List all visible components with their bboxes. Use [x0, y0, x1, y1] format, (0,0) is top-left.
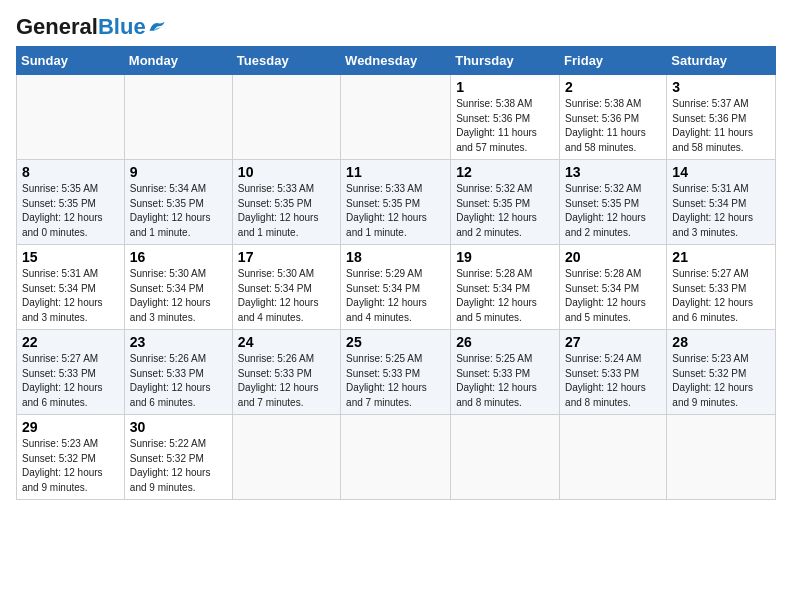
- calendar-table: SundayMondayTuesdayWednesdayThursdayFrid…: [16, 46, 776, 500]
- day-info: Sunrise: 5:38 AM Sunset: 5:36 PM Dayligh…: [565, 97, 661, 155]
- day-info: Sunrise: 5:33 AM Sunset: 5:35 PM Dayligh…: [238, 182, 335, 240]
- day-info: Sunrise: 5:34 AM Sunset: 5:35 PM Dayligh…: [130, 182, 227, 240]
- calendar-cell: [124, 75, 232, 160]
- calendar-cell: 27Sunrise: 5:24 AM Sunset: 5:33 PM Dayli…: [560, 330, 667, 415]
- day-number: 22: [22, 334, 119, 350]
- day-number: 2: [565, 79, 661, 95]
- day-info: Sunrise: 5:33 AM Sunset: 5:35 PM Dayligh…: [346, 182, 445, 240]
- calendar-cell: [667, 415, 776, 500]
- calendar-cell: [560, 415, 667, 500]
- day-number: 9: [130, 164, 227, 180]
- calendar-cell: 15Sunrise: 5:31 AM Sunset: 5:34 PM Dayli…: [17, 245, 125, 330]
- day-info: Sunrise: 5:32 AM Sunset: 5:35 PM Dayligh…: [565, 182, 661, 240]
- day-info: Sunrise: 5:25 AM Sunset: 5:33 PM Dayligh…: [456, 352, 554, 410]
- calendar-cell: 12Sunrise: 5:32 AM Sunset: 5:35 PM Dayli…: [451, 160, 560, 245]
- day-number: 8: [22, 164, 119, 180]
- calendar-cell: 13Sunrise: 5:32 AM Sunset: 5:35 PM Dayli…: [560, 160, 667, 245]
- day-info: Sunrise: 5:28 AM Sunset: 5:34 PM Dayligh…: [565, 267, 661, 325]
- day-number: 14: [672, 164, 770, 180]
- header-day-wednesday: Wednesday: [341, 47, 451, 75]
- day-info: Sunrise: 5:23 AM Sunset: 5:32 PM Dayligh…: [22, 437, 119, 495]
- calendar-cell: 1Sunrise: 5:38 AM Sunset: 5:36 PM Daylig…: [451, 75, 560, 160]
- calendar-cell: 20Sunrise: 5:28 AM Sunset: 5:34 PM Dayli…: [560, 245, 667, 330]
- calendar-cell: 18Sunrise: 5:29 AM Sunset: 5:34 PM Dayli…: [341, 245, 451, 330]
- day-number: 17: [238, 249, 335, 265]
- day-number: 18: [346, 249, 445, 265]
- calendar-cell: 23Sunrise: 5:26 AM Sunset: 5:33 PM Dayli…: [124, 330, 232, 415]
- day-number: 12: [456, 164, 554, 180]
- calendar-week-4: 22Sunrise: 5:27 AM Sunset: 5:33 PM Dayli…: [17, 330, 776, 415]
- day-info: Sunrise: 5:27 AM Sunset: 5:33 PM Dayligh…: [22, 352, 119, 410]
- day-info: Sunrise: 5:27 AM Sunset: 5:33 PM Dayligh…: [672, 267, 770, 325]
- day-info: Sunrise: 5:37 AM Sunset: 5:36 PM Dayligh…: [672, 97, 770, 155]
- calendar-cell: 26Sunrise: 5:25 AM Sunset: 5:33 PM Dayli…: [451, 330, 560, 415]
- day-number: 1: [456, 79, 554, 95]
- day-number: 3: [672, 79, 770, 95]
- day-info: Sunrise: 5:23 AM Sunset: 5:32 PM Dayligh…: [672, 352, 770, 410]
- day-number: 21: [672, 249, 770, 265]
- calendar-cell: 8Sunrise: 5:35 AM Sunset: 5:35 PM Daylig…: [17, 160, 125, 245]
- calendar-cell: 25Sunrise: 5:25 AM Sunset: 5:33 PM Dayli…: [341, 330, 451, 415]
- calendar-header-row: SundayMondayTuesdayWednesdayThursdayFrid…: [17, 47, 776, 75]
- day-info: Sunrise: 5:25 AM Sunset: 5:33 PM Dayligh…: [346, 352, 445, 410]
- calendar-week-3: 15Sunrise: 5:31 AM Sunset: 5:34 PM Dayli…: [17, 245, 776, 330]
- day-number: 26: [456, 334, 554, 350]
- day-number: 10: [238, 164, 335, 180]
- calendar-week-5: 29Sunrise: 5:23 AM Sunset: 5:32 PM Dayli…: [17, 415, 776, 500]
- page-header: GeneralBlue: [16, 16, 776, 38]
- calendar-cell: 22Sunrise: 5:27 AM Sunset: 5:33 PM Dayli…: [17, 330, 125, 415]
- day-info: Sunrise: 5:24 AM Sunset: 5:33 PM Dayligh…: [565, 352, 661, 410]
- calendar-cell: 21Sunrise: 5:27 AM Sunset: 5:33 PM Dayli…: [667, 245, 776, 330]
- day-info: Sunrise: 5:38 AM Sunset: 5:36 PM Dayligh…: [456, 97, 554, 155]
- calendar-cell: 11Sunrise: 5:33 AM Sunset: 5:35 PM Dayli…: [341, 160, 451, 245]
- day-info: Sunrise: 5:30 AM Sunset: 5:34 PM Dayligh…: [238, 267, 335, 325]
- calendar-cell: 28Sunrise: 5:23 AM Sunset: 5:32 PM Dayli…: [667, 330, 776, 415]
- day-info: Sunrise: 5:29 AM Sunset: 5:34 PM Dayligh…: [346, 267, 445, 325]
- day-number: 20: [565, 249, 661, 265]
- logo-blue: Blue: [98, 14, 146, 39]
- calendar-cell: [232, 75, 340, 160]
- day-number: 23: [130, 334, 227, 350]
- day-info: Sunrise: 5:31 AM Sunset: 5:34 PM Dayligh…: [672, 182, 770, 240]
- day-number: 13: [565, 164, 661, 180]
- calendar-cell: 24Sunrise: 5:26 AM Sunset: 5:33 PM Dayli…: [232, 330, 340, 415]
- header-day-tuesday: Tuesday: [232, 47, 340, 75]
- logo-bird-icon: [148, 20, 166, 34]
- day-info: Sunrise: 5:35 AM Sunset: 5:35 PM Dayligh…: [22, 182, 119, 240]
- day-number: 11: [346, 164, 445, 180]
- calendar-cell: [341, 415, 451, 500]
- day-info: Sunrise: 5:28 AM Sunset: 5:34 PM Dayligh…: [456, 267, 554, 325]
- calendar-cell: 3Sunrise: 5:37 AM Sunset: 5:36 PM Daylig…: [667, 75, 776, 160]
- day-number: 25: [346, 334, 445, 350]
- day-number: 24: [238, 334, 335, 350]
- header-day-thursday: Thursday: [451, 47, 560, 75]
- day-info: Sunrise: 5:32 AM Sunset: 5:35 PM Dayligh…: [456, 182, 554, 240]
- calendar-cell: [232, 415, 340, 500]
- logo: GeneralBlue: [16, 16, 166, 38]
- header-day-saturday: Saturday: [667, 47, 776, 75]
- logo-text: GeneralBlue: [16, 16, 146, 38]
- calendar-cell: 14Sunrise: 5:31 AM Sunset: 5:34 PM Dayli…: [667, 160, 776, 245]
- calendar-cell: [17, 75, 125, 160]
- logo-general: General: [16, 14, 98, 39]
- header-day-friday: Friday: [560, 47, 667, 75]
- calendar-cell: 9Sunrise: 5:34 AM Sunset: 5:35 PM Daylig…: [124, 160, 232, 245]
- day-info: Sunrise: 5:31 AM Sunset: 5:34 PM Dayligh…: [22, 267, 119, 325]
- day-number: 19: [456, 249, 554, 265]
- day-number: 27: [565, 334, 661, 350]
- calendar-cell: [451, 415, 560, 500]
- calendar-cell: 2Sunrise: 5:38 AM Sunset: 5:36 PM Daylig…: [560, 75, 667, 160]
- calendar-cell: 16Sunrise: 5:30 AM Sunset: 5:34 PM Dayli…: [124, 245, 232, 330]
- day-info: Sunrise: 5:30 AM Sunset: 5:34 PM Dayligh…: [130, 267, 227, 325]
- calendar-cell: 30Sunrise: 5:22 AM Sunset: 5:32 PM Dayli…: [124, 415, 232, 500]
- day-number: 16: [130, 249, 227, 265]
- calendar-week-2: 8Sunrise: 5:35 AM Sunset: 5:35 PM Daylig…: [17, 160, 776, 245]
- calendar-cell: 17Sunrise: 5:30 AM Sunset: 5:34 PM Dayli…: [232, 245, 340, 330]
- day-number: 15: [22, 249, 119, 265]
- calendar-cell: [341, 75, 451, 160]
- day-info: Sunrise: 5:22 AM Sunset: 5:32 PM Dayligh…: [130, 437, 227, 495]
- calendar-cell: 19Sunrise: 5:28 AM Sunset: 5:34 PM Dayli…: [451, 245, 560, 330]
- calendar-cell: 29Sunrise: 5:23 AM Sunset: 5:32 PM Dayli…: [17, 415, 125, 500]
- calendar-cell: 10Sunrise: 5:33 AM Sunset: 5:35 PM Dayli…: [232, 160, 340, 245]
- day-number: 28: [672, 334, 770, 350]
